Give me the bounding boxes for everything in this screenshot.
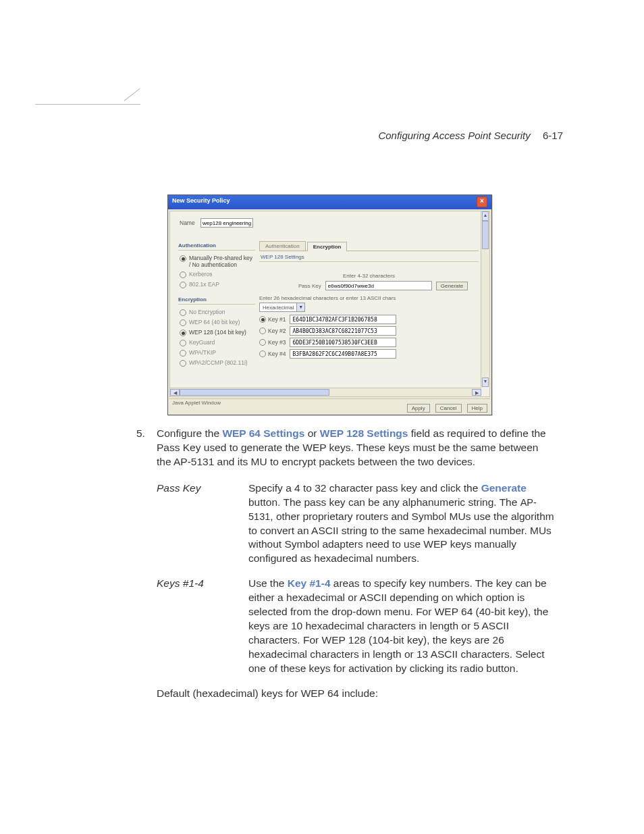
- radio-icon: [180, 350, 186, 357]
- help-button[interactable]: Help: [467, 404, 487, 413]
- scroll-thumb[interactable]: [180, 389, 329, 396]
- enc-radio-wep64[interactable]: WEP 64 (40 bit key): [178, 317, 255, 328]
- auth-section-title: Authentication: [178, 241, 255, 251]
- enc-section-title: Encryption: [178, 295, 255, 305]
- text: or: [304, 427, 319, 439]
- enc-radio-label: KeyGuard: [189, 339, 215, 346]
- close-icon[interactable]: ×: [477, 197, 487, 207]
- key-label: Key #4: [268, 350, 286, 357]
- running-head: Configuring Access Point Security 6-17: [378, 130, 563, 141]
- auth-radio-label: Kerberos: [189, 271, 213, 278]
- def-passkey: Pass Key Specify a 4 to 32 character pas…: [157, 481, 555, 567]
- header-diagonal: [124, 88, 177, 141]
- auth-radio-label: Manually Pre-shared key / No authenticat…: [189, 255, 255, 268]
- horizontal-scrollbar[interactable]: ◀ ▶: [170, 388, 481, 396]
- enc-radio-label: WEP 64 (40 bit key): [189, 319, 240, 325]
- key1-radio[interactable]: Key #1: [259, 316, 286, 323]
- vertical-scrollbar[interactable]: ▲ ▼: [481, 211, 489, 387]
- wep64-settings-link: WEP 64 Settings: [222, 427, 304, 439]
- enc-radio-wpa2ccmp[interactable]: WPA2/CCMP (802.11i): [178, 358, 255, 368]
- radio-icon: [180, 360, 186, 367]
- enc-radio-label: WEP 128 (104 bit key): [189, 329, 246, 336]
- auth-radio-8021x[interactable]: 802.1x EAP: [178, 280, 255, 290]
- def-term: Keys #1-4: [157, 577, 248, 675]
- window-titlebar[interactable]: New Security Policy ×: [168, 195, 491, 209]
- enc-radio-wpatkip[interactable]: WPA/TKIP: [178, 348, 255, 358]
- text: Specify a 4 to 32 character pass key and…: [248, 482, 481, 494]
- apply-button[interactable]: Apply: [407, 404, 430, 413]
- passkey-input[interactable]: [325, 281, 432, 290]
- text: button. The pass key can be any alphanum…: [248, 496, 520, 508]
- auth-radio-kerberos[interactable]: Kerberos: [178, 269, 255, 280]
- radio-icon: [180, 271, 186, 278]
- generate-button[interactable]: Generate: [436, 282, 468, 290]
- chevron-down-icon: ▼: [296, 303, 304, 311]
- key14-link: Key #1-4: [288, 577, 331, 589]
- key4-input[interactable]: [290, 349, 396, 359]
- radio-icon: [259, 350, 266, 357]
- key-label: Key #2: [268, 328, 286, 334]
- radio-icon: [180, 255, 186, 262]
- step-text: Configure the WEP 64 Settings or WEP 128…: [157, 427, 555, 469]
- step-number: 5.: [136, 427, 157, 469]
- text: , other proprietary routers and Symbol M…: [248, 511, 554, 565]
- auth-radio-label: 802.1x EAP: [189, 281, 219, 288]
- scroll-left-icon[interactable]: ◀: [170, 389, 180, 396]
- def-term: Pass Key: [157, 481, 248, 567]
- text: areas to specify key numbers. The key ca…: [248, 577, 548, 674]
- format-dropdown-label: Hexadecimal: [260, 305, 296, 311]
- hex-instruction: Enter 26 hexadecimal characters or enter…: [259, 292, 479, 303]
- radio-icon: [180, 340, 186, 346]
- window-title: New Security Policy: [172, 197, 230, 209]
- enc-radio-label: No Encryption: [189, 309, 225, 315]
- text: Configure the: [157, 427, 222, 439]
- scroll-up-icon[interactable]: ▲: [482, 211, 489, 221]
- key1-input[interactable]: [290, 315, 396, 324]
- passkey-instruction: Enter 4-32 characters: [259, 273, 479, 279]
- scroll-right-icon[interactable]: ▶: [472, 389, 481, 396]
- security-policy-window: New Security Policy × Name Authenticatio…: [167, 194, 492, 415]
- key2-input[interactable]: [290, 326, 396, 336]
- key3-input[interactable]: [290, 338, 396, 347]
- radio-icon: [259, 316, 266, 323]
- policy-name-input[interactable]: [200, 218, 253, 228]
- key4-radio[interactable]: Key #4: [259, 350, 286, 357]
- scroll-thumb[interactable]: [482, 221, 489, 249]
- wep128-settings-link: WEP 128 Settings: [320, 427, 408, 439]
- tab-encryption[interactable]: Encryption: [307, 242, 348, 251]
- page-number: 6-17: [543, 130, 563, 141]
- closing-text: Default (hexadecimal) keys for WEP 64 in…: [157, 687, 555, 701]
- radio-icon: [259, 328, 266, 334]
- def-desc: Specify a 4 to 32 character pass key and…: [248, 481, 555, 567]
- radio-icon: [259, 339, 266, 346]
- generate-link: Generate: [481, 482, 527, 494]
- passkey-label: Pass Key: [270, 283, 325, 289]
- radio-icon: [180, 319, 186, 326]
- scroll-down-icon[interactable]: ▼: [482, 377, 489, 387]
- key2-radio[interactable]: Key #2: [259, 328, 286, 334]
- enc-radio-label: WPA/TKIP: [189, 349, 216, 356]
- radio-icon: [180, 330, 186, 336]
- cancel-button[interactable]: Cancel: [435, 404, 462, 413]
- def-desc: Use the Key #1-4 areas to specify key nu…: [248, 577, 555, 675]
- tab-authentication[interactable]: Authentication: [259, 241, 306, 251]
- wep-settings-title: WEP 128 Settings: [259, 251, 479, 262]
- text: Use the: [248, 577, 288, 589]
- running-title: Configuring Access Point Security: [378, 130, 530, 141]
- enc-radio-keyguard[interactable]: KeyGuard: [178, 338, 255, 348]
- key3-radio[interactable]: Key #3: [259, 339, 286, 346]
- name-label: Name: [180, 219, 195, 226]
- key-label: Key #1: [268, 316, 286, 323]
- key-label: Key #3: [268, 339, 286, 346]
- enc-radio-label: WPA2/CCMP (802.11i): [189, 359, 248, 366]
- step-5: 5. Configure the WEP 64 Settings or WEP …: [136, 427, 555, 469]
- format-dropdown[interactable]: Hexadecimal ▼: [259, 303, 305, 312]
- radio-icon: [180, 282, 186, 288]
- auth-radio-preshared[interactable]: Manually Pre-shared key / No authenticat…: [178, 253, 255, 269]
- enc-radio-none[interactable]: No Encryption: [178, 307, 255, 317]
- def-keys: Keys #1-4 Use the Key #1-4 areas to spec…: [157, 577, 555, 675]
- radio-icon: [180, 309, 186, 316]
- enc-radio-wep128[interactable]: WEP 128 (104 bit key): [178, 328, 255, 338]
